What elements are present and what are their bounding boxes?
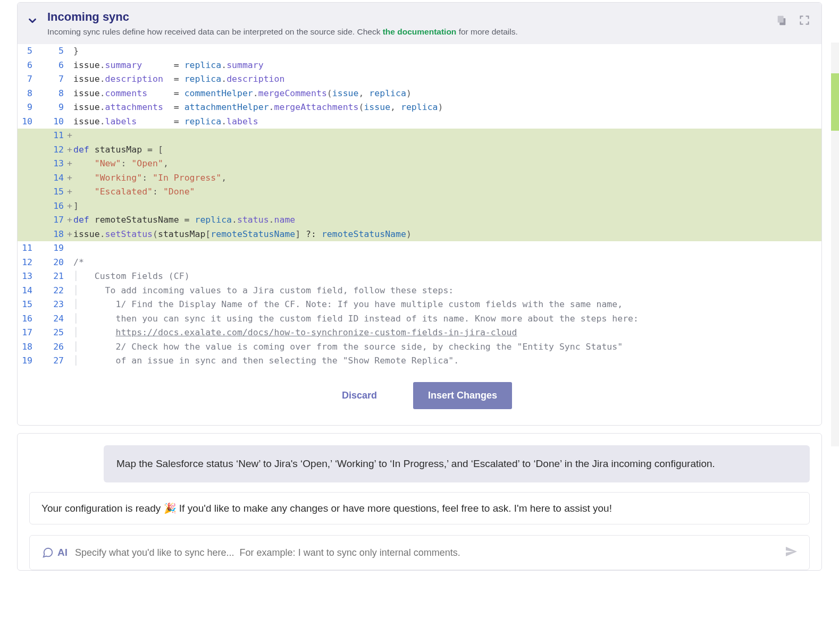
chat-user-message: Map the Salesforce status ‘New’ to Jira'… (104, 445, 810, 482)
incoming-sync-panel: Incoming sync Incoming sync rules define… (17, 2, 822, 426)
code-line: 1010issue.labels = replica.labels (18, 115, 821, 129)
code-line: 1321│ Custom Fields (CF) (18, 269, 821, 284)
code-line: 55} (18, 44, 821, 58)
discard-button[interactable]: Discard (327, 382, 392, 409)
code-line: 16+] (18, 199, 821, 214)
documentation-link[interactable]: the documentation (383, 27, 457, 36)
code-line: 12+def statusMap = [ (18, 143, 821, 157)
chat-input[interactable] (75, 547, 777, 558)
code-editor[interactable]: 55}66issue.summary = replica.summary77is… (18, 44, 821, 368)
code-line: 2028│ 3/ Add it all together like this: (18, 368, 821, 369)
party-emoji: 🎉 (164, 503, 177, 514)
panel-title: Incoming sync (47, 10, 768, 24)
code-line: 66issue.summary = replica.summary (18, 58, 821, 73)
copy-icon[interactable] (776, 14, 787, 28)
chat-ai-message: Your configuration is ready 🎉 If you'd l… (29, 492, 810, 524)
code-line: 13+ "New": "Open", (18, 157, 821, 171)
code-line: 1927│ of an issue in sync and then selec… (18, 354, 821, 368)
code-line: 17+def remoteStatusName = replica.status… (18, 213, 821, 227)
code-line: 1624│ then you can sync it using the cus… (18, 312, 821, 326)
collapse-toggle[interactable] (25, 13, 40, 28)
code-line: 88issue.comments = commentHelper.mergeCo… (18, 87, 821, 101)
chat-input-row: AI (29, 535, 810, 570)
insert-changes-button[interactable]: Insert Changes (413, 382, 512, 409)
panel-header: Incoming sync Incoming sync rules define… (18, 3, 821, 44)
code-line: 1826│ 2/ Check how the value is coming o… (18, 340, 821, 354)
code-line: 1119 (18, 241, 821, 256)
ai-label: AI (41, 547, 68, 558)
code-line: 11+ (18, 129, 821, 143)
code-line: 99issue.attachments = attachmentHelper.m… (18, 100, 821, 115)
chevron-down-icon (27, 15, 38, 27)
code-line: 1220/* (18, 256, 821, 270)
ai-chat-panel: Map the Salesforce status ‘New’ to Jira'… (17, 433, 822, 571)
fullscreen-icon[interactable] (799, 15, 810, 28)
diff-action-bar: Discard Insert Changes (18, 368, 821, 425)
code-line: 77issue.description = replica.descriptio… (18, 72, 821, 87)
code-line: 15+ "Escalated": "Done" (18, 185, 821, 199)
code-line: 1422│ To add incoming values to a Jira c… (18, 284, 821, 298)
code-line: 14+ "Working": "In Progress", (18, 171, 821, 185)
chat-bubble-icon (41, 547, 54, 558)
code-line: 1725│ https://docs.exalate.com/docs/how-… (18, 326, 821, 340)
panel-subtitle: Incoming sync rules define how received … (47, 27, 768, 37)
svg-rect-1 (778, 16, 784, 23)
code-line: 1523│ 1/ Find the Display Name of the CF… (18, 298, 821, 312)
minimap-scrollbar[interactable] (819, 43, 839, 446)
send-icon[interactable] (785, 545, 798, 560)
code-line: 18+issue.setStatus(statusMap[remoteStatu… (18, 227, 821, 242)
